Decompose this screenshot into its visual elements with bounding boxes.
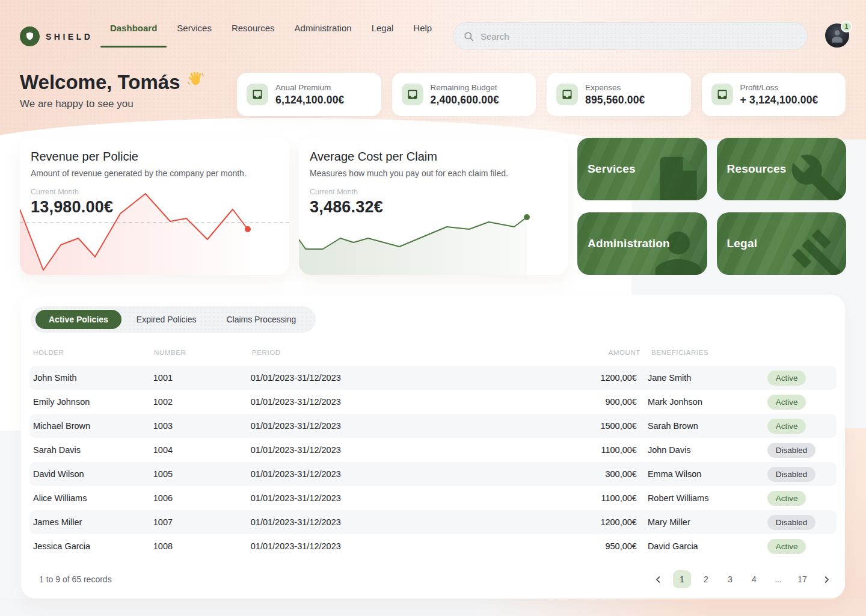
cell-period: 01/01/2023-31/12/2023 [251,493,406,503]
cell-period: 01/01/2023-31/12/2023 [251,541,406,551]
cell-beneficiary: David Garcia [648,541,764,551]
cell-beneficiary: Mark Jonhson [648,397,764,407]
column-header-number: NUMBER [154,349,252,356]
table-row[interactable]: Alice Williams 1006 01/01/2023-31/12/202… [29,486,837,510]
services-tile-button[interactable]: Services [577,138,707,200]
status-badge: Disabled [767,515,816,530]
main-nav: Dashboard Services Resources Administrat… [110,0,432,55]
pagination-page-17[interactable]: 17 [793,570,811,588]
pagination-prev-button[interactable] [649,570,667,588]
column-header-holder: HOLDER [33,349,154,356]
search-input[interactable] [481,31,797,42]
stat-card-anual-premium: Anual Premium 6,124,100.00€ [237,73,381,116]
administration-tile-button[interactable]: Administration [577,212,707,275]
cell-period: 01/01/2023-31/12/2023 [251,469,406,479]
cell-beneficiary: Sarah Brown [648,421,764,431]
stat-value: 6,124,100.00€ [275,94,345,106]
cell-number: 1003 [153,421,251,431]
cell-number: 1004 [153,445,251,455]
cell-beneficiary: Emma Wilson [648,469,764,479]
table-row[interactable]: James Miller 1007 01/01/2023-31/12/2023 … [29,510,837,534]
pagination-next-button[interactable] [817,570,835,588]
stat-card-profit-loss: Profit/Loss + 3,124,100.00€ [702,73,846,116]
stat-value: 2,400,600.00€ [431,94,500,106]
wrench-icon [790,152,845,200]
pagination-page-4[interactable]: 4 [745,570,763,588]
records-count-label: 1 to 9 of 65 records [39,574,112,584]
tab-expired-policies[interactable]: Expired Policies [121,310,212,329]
cell-amount: 1200,00€ [406,373,637,383]
notification-badge: 1 [841,21,852,32]
tab-claims-processing[interactable]: Claims Processing [211,310,311,329]
pagination: 1 2 3 4 ... 17 [649,570,835,588]
cell-holder: Michael Brown [33,421,153,431]
table-row[interactable]: Michael Brown 1003 01/01/2023-31/12/2023… [29,414,837,438]
nav-item-services[interactable]: Services [177,17,212,39]
table-row[interactable]: Sarah Davis 1004 01/01/2023-31/12/2023 1… [29,438,837,462]
pagination-page-3[interactable]: 3 [721,570,739,588]
chart-subtitle: Measures how much you pay out for each c… [310,168,568,178]
cell-number: 1001 [153,373,251,383]
search-icon [463,31,474,42]
cell-holder: Emily Johnson [33,397,153,407]
table-row[interactable]: John Smith 1001 01/01/2023-31/12/2023 12… [29,366,837,390]
status-badge: Active [767,395,806,410]
status-badge: Active [767,491,806,506]
cell-holder: David Wilson [33,469,153,479]
nav-item-legal[interactable]: Legal [372,17,394,39]
tab-active-policies[interactable]: Active Policies [35,310,121,329]
cell-holder: John Smith [33,373,153,383]
table-row[interactable]: David Wilson 1005 01/01/2023-31/12/2023 … [29,462,837,486]
table-row[interactable]: Emily Johnson 1002 01/01/2023-31/12/2023… [29,390,837,414]
resources-tile-button[interactable]: Resources [717,138,847,200]
cell-holder: Jessica Garcia [33,541,153,551]
tile-label: Administration [588,237,670,250]
user-avatar[interactable]: 1 [825,23,849,48]
cell-holder: James Miller [33,517,153,527]
status-badge: Disabled [767,443,816,458]
column-header-amount: AMOUNT [408,349,640,356]
revenue-per-policie-card: Revenue per Policie Amount of revenue ge… [20,138,289,275]
inbox-icon [556,84,578,105]
table-row[interactable]: Jessica Garcia 1008 01/01/2023-31/12/202… [29,534,837,558]
user-icon [651,227,706,275]
chart-current-value: 3,486.32€ [310,198,568,217]
nav-item-resources[interactable]: Resources [232,17,275,39]
cell-amount: 1200,00€ [406,517,637,527]
column-header-beneficiaries: BENEFICIARIES [651,349,769,356]
pagination-ellipsis: ... [769,570,787,588]
cell-number: 1002 [153,397,251,407]
table-footer: 1 to 9 of 65 records 1 2 3 4 ... 17 [31,570,835,589]
cell-holder: Sarah Davis [33,445,153,455]
policies-tabs: Active Policies Expired Policies Claims … [31,306,316,333]
cell-beneficiary: Robert Williams [648,493,764,503]
policies-table-card: Active Policies Expired Policies Claims … [21,295,845,599]
nav-item-dashboard[interactable]: Dashboard [110,17,157,39]
cell-number: 1007 [153,517,251,527]
nav-item-help[interactable]: Help [413,17,432,39]
brand-name: SHIELD [46,32,93,42]
pagination-page-1[interactable]: 1 [673,570,691,588]
pagination-page-2[interactable]: 2 [697,570,715,588]
cell-amount: 1100,00€ [406,445,637,455]
quick-links-grid: Services Resources Administration Legal [577,138,846,275]
brand-logo[interactable]: SHIELD [20,26,93,46]
cell-period: 01/01/2023-31/12/2023 [251,421,406,431]
nav-item-administration[interactable]: Administration [295,17,352,39]
dashboard-page: SHIELD Dashboard Services Resources Admi… [0,0,866,616]
top-navigation-bar: SHIELD Dashboard Services Resources Admi… [0,0,866,55]
inbox-icon [402,84,423,105]
legal-tile-button[interactable]: Legal [717,212,847,275]
welcome-section: Welcome, Tomás We are ha [20,71,204,110]
chart-subtitle: Amount of revenue generated by the compa… [31,168,289,178]
stat-value: 895,560.00€ [585,94,645,106]
page-title: Welcome, Tomás [20,71,204,94]
tile-label: Services [588,162,636,176]
column-header-period: PERIOD [252,349,408,356]
stat-label: Profit/Loss [740,83,818,92]
cell-amount: 1500,00€ [406,421,637,431]
cell-period: 01/01/2023-31/12/2023 [251,517,406,527]
cell-amount: 300,00€ [406,469,637,479]
gavel-icon [790,227,845,275]
shield-logo-icon [20,26,40,46]
